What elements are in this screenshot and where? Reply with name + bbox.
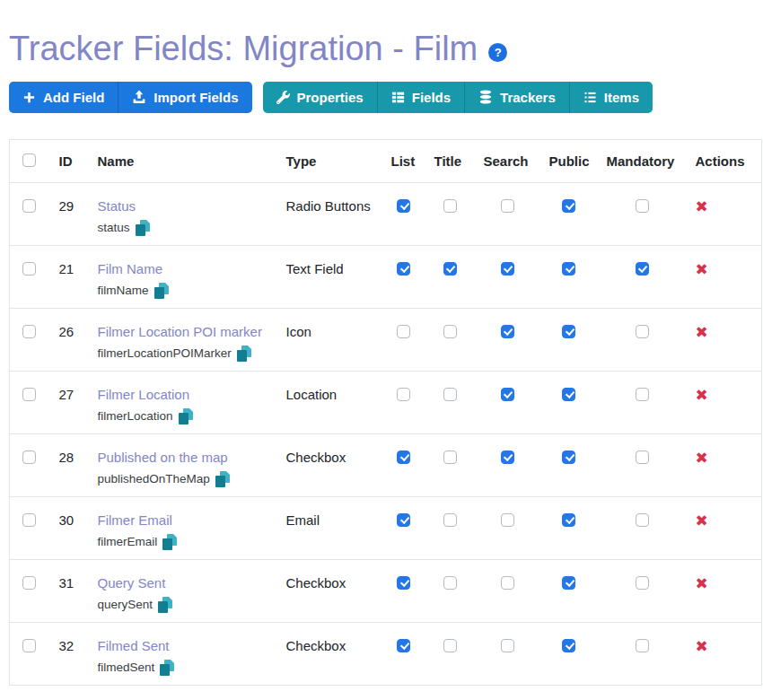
delete-field-button[interactable]: ✖ [696, 576, 708, 591]
mandatory-checkbox[interactable] [636, 325, 649, 338]
row-select-checkbox[interactable] [22, 199, 36, 213]
copy-icon[interactable] [237, 346, 251, 362]
mandatory-checkbox[interactable] [636, 388, 649, 401]
public-checkbox[interactable] [562, 199, 575, 213]
public-checkbox[interactable] [562, 262, 575, 276]
mandatory-checkbox[interactable] [636, 639, 649, 652]
search-checkbox[interactable] [501, 199, 514, 213]
row-select-checkbox[interactable] [22, 639, 36, 652]
delete-field-button[interactable]: ✖ [696, 513, 708, 529]
copy-icon[interactable] [154, 283, 169, 299]
import-fields-button[interactable]: Import Fields [118, 82, 251, 113]
field-perm-name: filmName [98, 284, 149, 297]
mandatory-checkbox[interactable] [636, 513, 649, 527]
search-checkbox[interactable] [501, 451, 514, 464]
delete-field-button[interactable]: ✖ [696, 388, 708, 403]
delete-field-button[interactable]: ✖ [696, 639, 708, 654]
title-checkbox[interactable] [443, 199, 457, 213]
nav-properties-button[interactable]: Properties [263, 82, 377, 113]
copy-icon[interactable] [162, 534, 177, 550]
field-name-link[interactable]: Filmer Email [98, 512, 172, 528]
list-checkbox[interactable] [397, 325, 410, 338]
field-name-link[interactable]: Filmed Sent [98, 638, 170, 653]
title-checkbox[interactable] [443, 262, 457, 276]
field-name-link[interactable]: Film Name [98, 261, 163, 276]
title-checkbox[interactable] [443, 451, 457, 464]
copy-icon[interactable] [158, 597, 172, 613]
tracker-fields-table: ID Name Type List Title Search Public Ma… [9, 139, 762, 686]
search-checkbox[interactable] [501, 262, 514, 276]
column-header-mandatory: Mandatory [598, 139, 687, 182]
title-checkbox[interactable] [443, 576, 457, 590]
delete-field-button[interactable]: ✖ [696, 262, 708, 277]
field-perm-name: filmerEmail [98, 535, 158, 548]
column-header-title: Title [425, 139, 475, 182]
field-type: Text Field [277, 245, 382, 308]
list-checkbox[interactable] [397, 576, 410, 590]
search-checkbox[interactable] [501, 639, 514, 652]
field-perm-name: filmerLocationPOIMarker [98, 346, 232, 360]
search-checkbox[interactable] [501, 513, 514, 527]
public-checkbox[interactable] [562, 576, 575, 590]
public-checkbox[interactable] [562, 451, 575, 464]
row-select-checkbox[interactable] [22, 388, 36, 401]
field-id: 27 [50, 371, 89, 433]
field-name-link[interactable]: Filmer Location [98, 387, 190, 402]
public-checkbox[interactable] [562, 513, 575, 527]
delete-field-button[interactable]: ✖ [696, 325, 708, 340]
copy-icon[interactable] [179, 408, 193, 424]
public-checkbox[interactable] [562, 388, 575, 401]
table-row: 27 Filmer Location filmerLocation Locati… [10, 371, 762, 433]
field-type: Icon [277, 308, 382, 371]
field-name-link[interactable]: Published on the map [98, 450, 228, 465]
list-checkbox[interactable] [397, 639, 410, 652]
copy-icon[interactable] [215, 471, 230, 487]
title-checkbox[interactable] [443, 388, 457, 401]
table-row: 29 Status status Radio Buttons ✖ [10, 182, 762, 245]
list-checkbox[interactable] [397, 262, 410, 276]
field-type: Radio Buttons [277, 182, 382, 245]
copy-icon[interactable] [160, 660, 174, 676]
field-id: 21 [50, 245, 89, 308]
column-header-actions: Actions [687, 139, 762, 182]
list-checkbox[interactable] [397, 199, 410, 213]
mandatory-checkbox[interactable] [636, 262, 649, 276]
nav-fields-button[interactable]: Fields [377, 82, 464, 113]
select-all-checkbox[interactable] [22, 153, 36, 167]
title-checkbox[interactable] [443, 325, 457, 338]
mandatory-checkbox[interactable] [636, 199, 649, 213]
field-type: Checkbox [277, 622, 382, 685]
nav-items-button[interactable]: Items [569, 82, 653, 113]
row-select-checkbox[interactable] [22, 513, 36, 527]
list-checkbox[interactable] [397, 513, 410, 527]
row-select-checkbox[interactable] [22, 325, 36, 338]
list-checkbox[interactable] [397, 388, 410, 401]
title-checkbox[interactable] [443, 639, 457, 652]
delete-field-button[interactable]: ✖ [696, 199, 708, 214]
page-title: Tracker Fields: Migration - Film ? [9, 31, 763, 68]
delete-field-button[interactable]: ✖ [696, 451, 708, 466]
mandatory-checkbox[interactable] [636, 576, 649, 590]
nav-trackers-button[interactable]: Trackers [464, 82, 569, 113]
column-header-public: Public [540, 139, 598, 182]
public-checkbox[interactable] [562, 325, 575, 338]
search-checkbox[interactable] [501, 325, 514, 338]
list-checkbox[interactable] [397, 451, 410, 464]
copy-icon[interactable] [136, 220, 150, 236]
mandatory-checkbox[interactable] [636, 451, 649, 464]
table-row: 32 Filmed Sent filmedSent Checkbox ✖ [10, 622, 762, 685]
add-field-button[interactable]: Add Field [9, 82, 118, 113]
field-name-link[interactable]: Query Sent [98, 575, 166, 591]
row-select-checkbox[interactable] [22, 451, 36, 464]
row-select-checkbox[interactable] [22, 262, 36, 276]
field-name-link[interactable]: Status [98, 198, 136, 214]
row-select-checkbox[interactable] [22, 576, 36, 590]
help-icon[interactable]: ? [488, 43, 507, 62]
field-name-link[interactable]: Filmer Location POI marker [98, 324, 262, 339]
field-id: 29 [50, 182, 89, 245]
title-checkbox[interactable] [443, 513, 457, 527]
search-checkbox[interactable] [501, 388, 514, 401]
search-checkbox[interactable] [501, 576, 514, 590]
field-perm-name: status [98, 221, 130, 234]
public-checkbox[interactable] [562, 639, 575, 652]
